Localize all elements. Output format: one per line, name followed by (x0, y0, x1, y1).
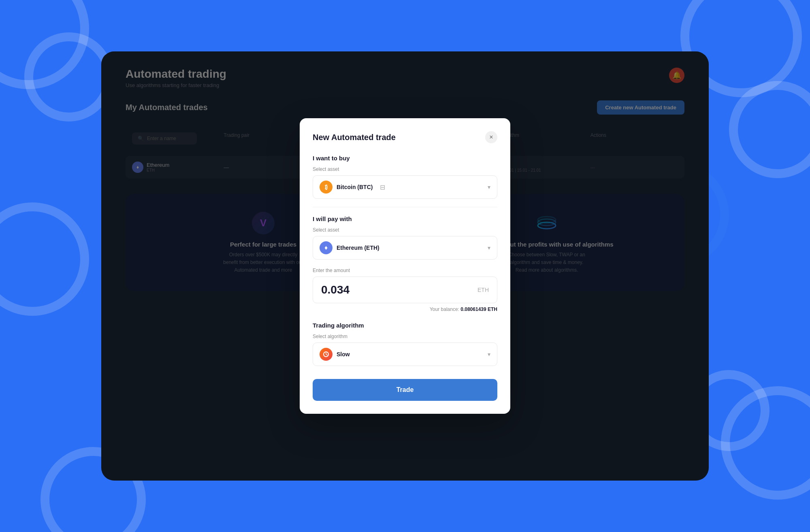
buy-asset-dropdown-left: ₿ Bitcoin (BTC) ⊟ (320, 181, 385, 194)
new-automated-trade-modal: New Automated trade × I want to buy Sele… (300, 118, 510, 414)
eth-pay-icon: ♦ (320, 241, 333, 254)
buy-asset-value: Bitcoin (BTC) (337, 184, 373, 190)
wallet-icon: ⊟ (380, 183, 385, 191)
amount-value: 0.034 (321, 283, 350, 296)
modal-overlay[interactable]: New Automated trade × I want to buy Sele… (101, 51, 709, 481)
algorithm-dropdown[interactable]: Slow ▾ (313, 343, 497, 366)
trade-button[interactable]: Trade (313, 379, 497, 401)
pay-asset-label: Select asset (313, 227, 497, 233)
algo-value: Slow (337, 351, 350, 358)
balance-text: Your balance: 0.08061439 ETH (313, 306, 497, 312)
buy-asset-dropdown[interactable]: ₿ Bitcoin (BTC) ⊟ ▾ (313, 175, 497, 199)
pay-asset-value: Ethereum (ETH) (337, 245, 379, 251)
amount-input[interactable]: 0.034 ETH (313, 277, 497, 303)
modal-title: New Automated trade (313, 133, 396, 142)
btc-icon: ₿ (320, 181, 333, 194)
balance-label: Your balance: (430, 306, 459, 312)
amount-field-label: Enter the amount (313, 268, 497, 273)
buy-section-label: I want to buy (313, 155, 497, 162)
algo-dropdown-left: Slow (320, 348, 350, 361)
buy-asset-label: Select asset (313, 166, 497, 172)
pay-asset-dropdown[interactable]: ♦ Ethereum (ETH) ▾ (313, 236, 497, 260)
modal-header: New Automated trade × (313, 131, 497, 143)
amount-currency: ETH (477, 287, 489, 293)
pay-chevron-icon: ▾ (488, 245, 490, 251)
app-container: Automated trading Use algorithms startin… (101, 51, 709, 481)
algo-chevron-icon: ▾ (488, 351, 490, 358)
algo-section-label: Trading algorithm (313, 322, 497, 329)
pay-section-label: I will pay with (313, 215, 497, 222)
slow-algo-icon (320, 348, 333, 361)
buy-chevron-icon: ▾ (488, 184, 490, 190)
balance-value: 0.08061439 ETH (460, 306, 497, 312)
divider-1 (313, 207, 497, 207)
modal-close-button[interactable]: × (485, 131, 497, 143)
pay-asset-dropdown-left: ♦ Ethereum (ETH) (320, 241, 379, 254)
algo-select-label: Select algorithm (313, 334, 497, 339)
